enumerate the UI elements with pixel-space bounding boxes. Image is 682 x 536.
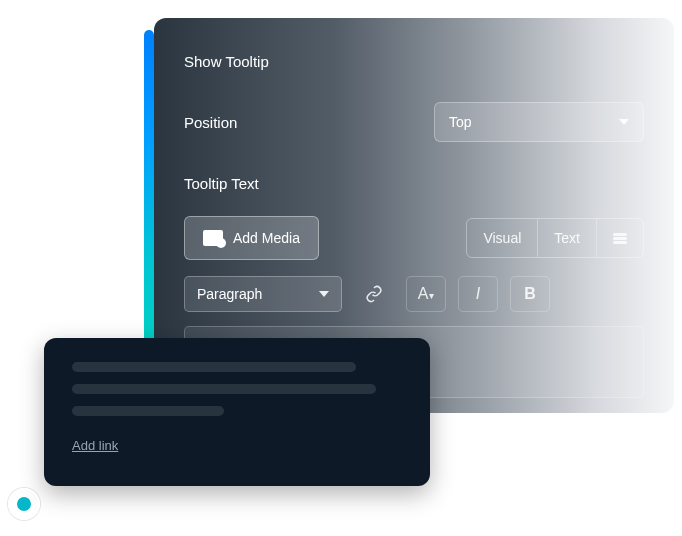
position-value: Top [449, 114, 472, 130]
add-media-label: Add Media [233, 230, 300, 246]
beacon-dot-icon [17, 497, 31, 511]
italic-button[interactable]: I [458, 276, 498, 312]
image-icon [203, 230, 223, 246]
tour-beacon[interactable] [8, 488, 40, 520]
bold-button[interactable]: B [510, 276, 550, 312]
skeleton-line [72, 362, 356, 372]
tab-visual[interactable]: Visual [467, 219, 538, 257]
chevron-down-icon [619, 119, 629, 125]
add-link-button[interactable]: Add link [72, 438, 118, 453]
link-button[interactable] [354, 276, 394, 312]
format-select[interactable]: Paragraph [184, 276, 342, 312]
database-icon [613, 233, 627, 244]
show-tooltip-row: Show Tooltip [184, 42, 644, 80]
position-select[interactable]: Top [434, 102, 644, 142]
position-label: Position [184, 114, 237, 131]
font-size-button[interactable]: A ▾ [406, 276, 446, 312]
chevron-down-icon [319, 291, 329, 297]
show-tooltip-label: Show Tooltip [184, 53, 269, 70]
font-size-icon: A ▾ [418, 285, 435, 303]
skeleton-line [72, 384, 376, 394]
position-row: Position Top [184, 102, 644, 142]
preview-card: Add link [44, 338, 430, 486]
link-icon [365, 285, 383, 303]
media-and-tabs-row: Add Media Visual Text [184, 216, 644, 260]
tab-data[interactable] [597, 219, 643, 257]
editor-toolbar: Paragraph A ▾ I B [184, 276, 644, 312]
tab-text[interactable]: Text [538, 219, 597, 257]
editor-tabs: Visual Text [466, 218, 644, 258]
tooltip-text-label: Tooltip Text [184, 175, 259, 192]
add-media-button[interactable]: Add Media [184, 216, 319, 260]
skeleton-line [72, 406, 224, 416]
tooltip-text-row: Tooltip Text [184, 164, 644, 202]
